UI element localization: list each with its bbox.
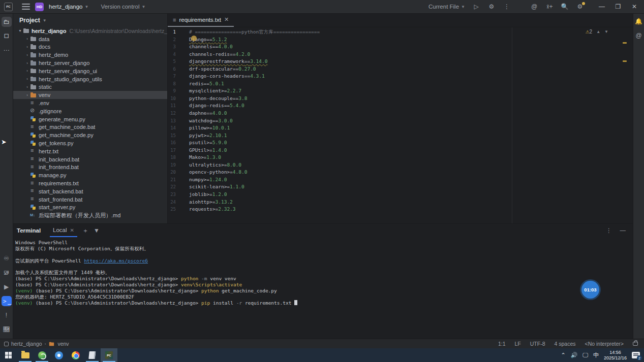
vcs-widget[interactable]: Version control▼	[101, 4, 145, 10]
main-menu-icon[interactable]	[22, 4, 30, 10]
services-icon[interactable]: ▶	[2, 282, 12, 292]
editor-line-22[interactable]: 22scikit-learn>=1.1.0	[168, 183, 633, 191]
chrome-button[interactable]	[67, 348, 84, 362]
start-button[interactable]	[0, 348, 17, 362]
tree-expand-icon[interactable]: ›	[24, 85, 30, 89]
code-with-me-icon[interactable]: 🯅+	[545, 3, 554, 10]
editor-line-12[interactable]: 12daphne==4.0.0	[168, 110, 633, 117]
action-center-icon[interactable]: 2	[632, 352, 640, 358]
python-console-icon[interactable]: 🖳	[2, 268, 12, 278]
breadcrumb-folder[interactable]: venv	[57, 341, 69, 347]
new-terminal-icon[interactable]: ＋	[82, 226, 88, 235]
tree-expand-icon[interactable]: ›	[24, 93, 30, 97]
terminal-options-icon[interactable]: ⋮	[606, 227, 612, 234]
tree-item--gitignore[interactable]: .gitignore	[13, 107, 167, 115]
tree-expand-icon[interactable]: ▾	[17, 28, 23, 33]
editor-line-13[interactable]: 13watchdog==3.0.0	[168, 117, 633, 125]
editor-line-15[interactable]: 15pyjwt>=2.10.1	[168, 132, 633, 140]
terminal-tab-local[interactable]: Local ✕	[50, 224, 77, 237]
file-explorer-button[interactable]	[17, 348, 34, 362]
tree-item-data[interactable]: ›data	[13, 35, 167, 43]
structure-tool-icon[interactable]: 🞑	[2, 31, 12, 41]
tree-item-hertz-django[interactable]: ▾hertz_djangoC:\Users\Administrator\Down…	[13, 27, 167, 35]
tree-item-generate-menu-py[interactable]: generate_menu.py	[13, 115, 167, 123]
editor-line-1[interactable]: 1# ================python官方库============…	[168, 28, 633, 36]
tree-item-get-tokens-py[interactable]: get_tokens.py	[13, 139, 167, 147]
editor-line-17[interactable]: 17GPUtil>=1.4.0	[168, 147, 633, 154]
editor-line-5[interactable]: 5djangorestframework==3.14.0	[168, 58, 633, 65]
maximize-button[interactable]: ❐	[614, 3, 623, 10]
status-widget-1-1[interactable]: 1:1	[498, 341, 506, 347]
tree-item-start-frontend-bat[interactable]: start_frontend.bat	[13, 195, 167, 204]
tree-expand-icon[interactable]: ›	[24, 77, 30, 81]
project-badge[interactable]: HD	[35, 3, 44, 11]
tree-item-hertz-server-django[interactable]: ›hertz_server_django	[13, 59, 167, 67]
editor-line-24[interactable]: 24aiohttp>=3.13.2	[168, 199, 633, 206]
git-tool-icon[interactable]: 🯛	[2, 324, 12, 335]
tree-item-start-server-py[interactable]: start_server.py	[13, 204, 167, 212]
tray-expand-icon[interactable]: ⌃	[561, 352, 565, 358]
editor-line-18[interactable]: 18Mako>=1.3.0	[168, 154, 633, 161]
pycharm-taskbar-button[interactable]: PC	[101, 348, 117, 362]
tree-item-hertz-demo[interactable]: ›hertz_demo	[13, 51, 167, 59]
breadcrumb[interactable]: hertz_django › venv	[4, 341, 69, 347]
tree-item-hertz-studio-django-utils[interactable]: ›hertz_studio_django_utils	[13, 75, 167, 83]
editor-line-4[interactable]: 4channels-redis==4.2.0	[168, 51, 633, 58]
clock[interactable]: 14:56 2025/12/16	[604, 350, 627, 360]
close-terminal-tab-icon[interactable]: ✕	[70, 227, 74, 233]
editor-line-11[interactable]: 11django-redis==5.4.0	[168, 102, 633, 110]
notepad-button[interactable]	[84, 348, 101, 362]
breadcrumb-root[interactable]: hertz_django	[11, 341, 42, 347]
search-everywhere-icon[interactable]: 🔍	[561, 3, 569, 10]
status-widget-lf[interactable]: LF	[514, 341, 520, 347]
terminal-tool-icon[interactable]: ＞_	[2, 296, 12, 306]
tree-item-get-machine-code-py[interactable]: get_machine_code.py	[13, 131, 167, 139]
tree-item-hertz-server-django-ui[interactable]: ›hertz_server_django_ui	[13, 67, 167, 75]
close-tab-icon[interactable]: ✕	[224, 16, 229, 23]
editor-line-3[interactable]: 3channels==4.0.0	[168, 43, 633, 51]
tree-item-static[interactable]: ›static	[13, 83, 167, 91]
status-widget-4-spaces[interactable]: 4 spaces	[555, 341, 576, 347]
python-packages-icon[interactable]: ♾	[2, 253, 12, 264]
tree-item-hertz-txt[interactable]: hertz.txt	[13, 147, 167, 155]
editor-line-25[interactable]: 25requests>=2.32.3	[168, 206, 633, 213]
inspection-widget[interactable]: ⚠2 ▲ ▼	[586, 29, 608, 35]
editor-line-6[interactable]: 6drf-spectacular==0.27.0	[168, 65, 633, 73]
status-widget-utf-8[interactable]: UTF-8	[530, 341, 545, 347]
problems-icon[interactable]: !	[2, 310, 12, 320]
tree-item-requirements-txt[interactable]: requirements.txt	[13, 179, 167, 187]
tree-expand-icon[interactable]: ›	[24, 53, 30, 57]
tree-item-init-frontend-bat[interactable]: init_frontend.bat	[13, 163, 167, 172]
volume-icon[interactable]: 🔊	[571, 352, 578, 358]
debug-icon[interactable]: ⚙	[487, 3, 496, 10]
error-stripe[interactable]	[622, 27, 628, 223]
editor-line-16[interactable]: 16psutil>=5.9.0	[168, 139, 633, 147]
status-widget--no-interpreter-[interactable]: <No interpreter>	[585, 341, 624, 347]
browser-360-button[interactable]	[34, 348, 50, 362]
ime-indicator[interactable]: 中	[593, 351, 599, 359]
tree-item-venv[interactable]: ›venv	[13, 91, 167, 99]
tree-expand-icon[interactable]: ›	[24, 45, 30, 49]
close-button[interactable]: ✕	[630, 3, 639, 10]
run-configuration-selector[interactable]: Current File▼	[428, 4, 465, 10]
editor-line-14[interactable]: 14pillow>=10.0.1	[168, 124, 633, 132]
terminal-title[interactable]: Terminal	[17, 227, 41, 234]
ai-assistant-icon[interactable]: @	[530, 3, 538, 10]
tree-item-manage-py[interactable]: manage.py	[13, 171, 167, 179]
editor-line-2[interactable]: 2Django==5.1.2	[168, 36, 633, 44]
editor-line-9[interactable]: 9mysqlclient>=2.2.7	[168, 87, 633, 95]
lock-icon[interactable]	[633, 342, 638, 346]
warning-stripe-mark[interactable]	[623, 42, 627, 44]
minimize-button[interactable]: —	[597, 3, 606, 10]
settings-gear-icon[interactable]: ⚙	[576, 3, 584, 10]
editor-line-19[interactable]: 19ultralytics>=8.0.0	[168, 161, 633, 169]
project-selector[interactable]: hertz_django▼	[49, 4, 88, 10]
editor-line-7[interactable]: 7django-cors-headers==4.3.1	[168, 73, 633, 80]
tree-item--md[interactable]: 后端部署教程（开发人员用）.md	[13, 211, 167, 219]
editor-line-23[interactable]: 23joblib>=1.2.0	[168, 191, 633, 199]
more-tools-icon[interactable]: ⋯	[2, 45, 12, 55]
tree-item-start-backend-bat[interactable]: start_backend.bat	[13, 187, 167, 195]
blue-app-button[interactable]	[50, 348, 67, 362]
notifications-bell-icon[interactable]: 🔔	[635, 18, 642, 25]
editor-line-8[interactable]: 8redis==5.0.1	[168, 80, 633, 88]
